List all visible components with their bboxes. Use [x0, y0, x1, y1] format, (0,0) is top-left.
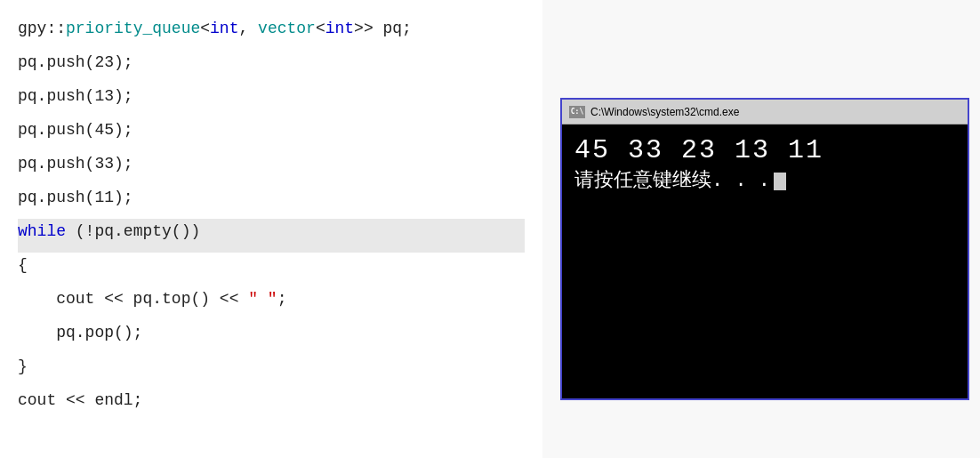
code-token: ; [277, 286, 287, 313]
code-token: } [18, 354, 28, 381]
terminal-output-numbers: 45 33 23 13 11 [574, 133, 955, 168]
code-line-brace-open: { [18, 253, 525, 286]
code-line-pop: pq.pop(); [18, 320, 525, 354]
terminal-title: C:\Windows\system32\cmd.exe [590, 106, 739, 118]
terminal-body: 45 33 23 13 11 请按任意键继续. . . [562, 125, 968, 398]
keyword-while: while [18, 219, 66, 245]
terminal-cursor [774, 173, 786, 190]
code-token: pq.push(23); [18, 50, 133, 76]
code-token: cout << pq.top() << [18, 286, 248, 313]
code-line-while: while (!pq.empty()) [18, 219, 525, 253]
code-line-endl: cout << endl; [18, 388, 525, 422]
string-token: " " [248, 286, 277, 313]
code-token: , [238, 16, 258, 43]
terminal-prompt: 请按任意键继续. . . [574, 168, 955, 196]
code-token-type2: vector [258, 16, 316, 43]
code-token: < [316, 16, 325, 43]
code-token: pq.pop(); [18, 320, 142, 347]
code-line-3: pq.push(13); [18, 84, 525, 117]
code-line-cout: cout << pq.top() << " "; [18, 286, 525, 320]
code-token: pq.push(13); [18, 84, 133, 110]
terminal-titlebar: C:\ C:\Windows\system32\cmd.exe [562, 100, 968, 125]
code-line-2: pq.push(23); [18, 50, 525, 84]
code-line-4: pq.push(45); [18, 117, 525, 151]
code-editor: gpy::priority_queue<int, vector<int>> pq… [0, 0, 542, 458]
code-line-6: pq.push(11); [18, 185, 525, 219]
code-line-5: pq.push(33); [18, 151, 525, 185]
code-token: { [18, 253, 28, 279]
code-token-kw2: int [325, 16, 354, 43]
terminal-window: C:\ C:\Windows\system32\cmd.exe 45 33 23… [560, 98, 969, 400]
code-token: pq.push(11); [18, 185, 133, 212]
code-token-kw: int [210, 16, 238, 43]
code-token: (!pq.empty()) [66, 219, 200, 245]
code-token: pq.push(45); [18, 117, 133, 144]
terminal-app-icon: C:\ [569, 106, 585, 118]
code-line-1: gpy::priority_queue<int, vector<int>> pq… [18, 16, 525, 50]
code-token-type: priority_queue [66, 16, 200, 43]
code-token: pq.push(33); [18, 151, 133, 178]
terminal-prompt-text: 请按任意键继续. . . [574, 168, 770, 196]
code-token: < [200, 16, 210, 43]
code-token: >> pq; [354, 16, 412, 43]
code-line-brace-close: } [18, 354, 525, 388]
code-token: cout << endl; [18, 388, 142, 414]
code-token: gpy:: [18, 16, 66, 43]
terminal-wrapper: C:\ C:\Windows\system32\cmd.exe 45 33 23… [542, 0, 980, 458]
